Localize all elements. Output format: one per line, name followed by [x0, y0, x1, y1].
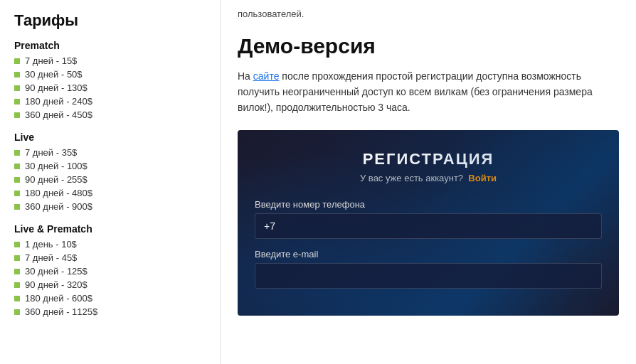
email-field: Введите e-mail	[255, 249, 602, 289]
demo-title: Демо-версия	[238, 34, 619, 58]
bullet-icon	[14, 72, 20, 77]
phone-input[interactable]	[255, 213, 602, 239]
plan-item-text: 7 дней - 15$	[25, 55, 77, 66]
main-content: пользователей. Демо-версия На сайте посл…	[221, 0, 636, 364]
login-link[interactable]: Войти	[468, 173, 497, 183]
list-item: 90 дней - 255$	[14, 174, 206, 185]
sidebar: Тарифы Prematch 7 дней - 15$30 дней - 50…	[0, 0, 221, 364]
email-input[interactable]	[255, 263, 602, 289]
list-item: 7 дней - 45$	[14, 252, 206, 263]
list-item: 180 дней - 480$	[14, 188, 206, 198]
plan-item-text: 7 дней - 35$	[25, 147, 77, 158]
plan-list-live: 7 дней - 35$30 дней - 100$90 дней - 255$…	[14, 147, 206, 212]
sidebar-title: Тарифы	[14, 11, 206, 30]
plan-item-text: 90 дней - 255$	[25, 174, 88, 185]
demo-description: На сайте после прохождения простой регис…	[238, 68, 619, 116]
email-label: Введите e-mail	[255, 249, 602, 259]
plan-item-text: 90 дней - 320$	[25, 279, 88, 290]
plan-name-prematch: Prematch	[14, 40, 206, 51]
phone-field: Введите номер телефона	[255, 199, 602, 239]
list-item: 360 дней - 450$	[14, 109, 206, 120]
registration-title: РЕГИСТРАЦИЯ	[255, 150, 602, 168]
demo-site-link[interactable]: сайте	[253, 70, 280, 82]
bullet-icon	[14, 164, 20, 169]
bullet-icon	[14, 269, 20, 274]
bullet-icon	[14, 282, 20, 288]
bullet-icon	[14, 112, 20, 118]
list-item: 360 дней - 1125$	[14, 306, 206, 317]
bullet-icon	[14, 255, 20, 261]
plan-list-prematch: 7 дней - 15$30 дней - 50$90 дней - 130$1…	[14, 55, 206, 120]
list-item: 30 дней - 125$	[14, 266, 206, 277]
list-item: 7 дней - 35$	[14, 147, 206, 158]
list-item: 30 дней - 50$	[14, 69, 206, 80]
plan-item-text: 180 дней - 600$	[25, 293, 92, 304]
plan-item-text: 7 дней - 45$	[25, 252, 77, 263]
bullet-icon	[14, 99, 20, 105]
plan-item-text: 360 дней - 1125$	[25, 306, 97, 317]
list-item: 180 дней - 240$	[14, 96, 206, 107]
bullet-icon	[14, 309, 20, 315]
list-item: 360 дней - 900$	[14, 201, 206, 212]
list-item: 1 день - 10$	[14, 239, 206, 250]
plan-item-text: 1 день - 10$	[25, 239, 77, 250]
plan-item-text: 360 дней - 450$	[25, 109, 92, 120]
plan-list-live-prematch: 1 день - 10$7 дней - 45$30 дней - 125$90…	[14, 239, 206, 317]
list-item: 90 дней - 130$	[14, 82, 206, 93]
plan-item-text: 180 дней - 240$	[25, 96, 92, 107]
bullet-icon	[14, 85, 20, 91]
bullet-icon	[14, 177, 20, 183]
bullet-icon	[14, 204, 20, 210]
registration-subtitle: У вас уже есть аккаунт? Войти	[255, 173, 602, 183]
intro-text: пользователей.	[238, 7, 619, 21]
demo-desc-before-link: На	[238, 70, 253, 82]
plan-item-text: 30 дней - 125$	[25, 266, 88, 277]
phone-label: Введите номер телефона	[255, 199, 602, 210]
plan-item-text: 30 дней - 50$	[25, 69, 83, 80]
bullet-icon	[14, 150, 20, 156]
plan-item-text: 90 дней - 130$	[25, 82, 88, 93]
bullet-icon	[14, 242, 20, 247]
plan-name-live-prematch: Live & Prematch	[14, 223, 206, 235]
plan-name-live: Live	[14, 132, 206, 143]
registration-box: РЕГИСТРАЦИЯ У вас уже есть аккаунт? Войт…	[238, 130, 619, 316]
plan-section-live: Live 7 дней - 35$30 дней - 100$90 дней -…	[14, 132, 206, 212]
plan-section-live-prematch: Live & Prematch 1 день - 10$7 дней - 45$…	[14, 223, 206, 317]
registration-header: РЕГИСТРАЦИЯ	[255, 150, 602, 168]
bullet-icon	[14, 58, 20, 64]
plan-item-text: 360 дней - 900$	[25, 201, 92, 212]
plan-item-text: 30 дней - 100$	[25, 161, 88, 171]
reg-subtitle-text: У вас уже есть аккаунт?	[360, 173, 463, 183]
list-item: 90 дней - 320$	[14, 279, 206, 290]
list-item: 180 дней - 600$	[14, 293, 206, 304]
list-item: 30 дней - 100$	[14, 161, 206, 171]
bullet-icon	[14, 296, 20, 301]
list-item: 7 дней - 15$	[14, 55, 206, 66]
plan-item-text: 180 дней - 480$	[25, 188, 92, 198]
demo-desc-after-link: после прохождения простой регистрации до…	[238, 70, 593, 114]
plan-section-prematch: Prematch 7 дней - 15$30 дней - 50$90 дне…	[14, 40, 206, 120]
bullet-icon	[14, 191, 20, 196]
